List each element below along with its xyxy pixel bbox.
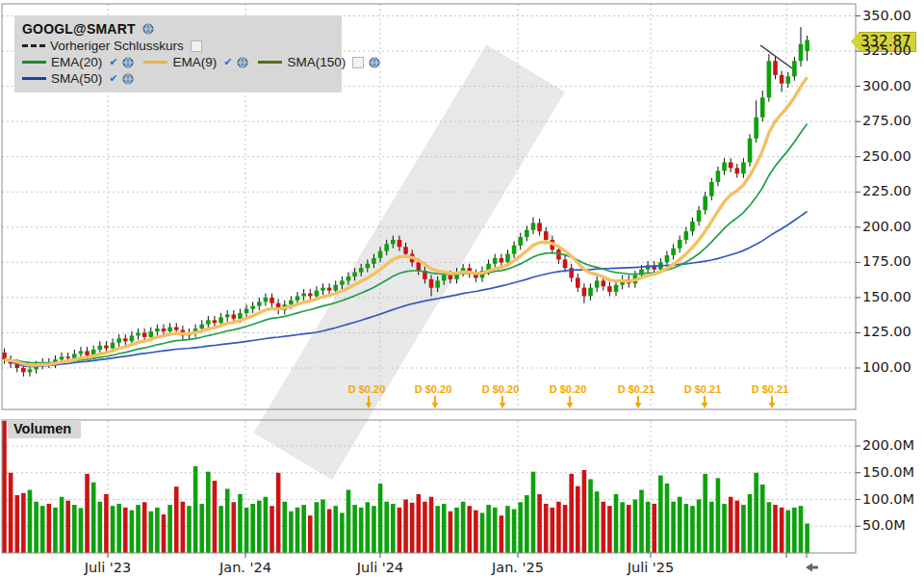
dividend-label: D $0.21 bbox=[618, 383, 655, 395]
time-tick-label: Juli '23 bbox=[85, 560, 132, 575]
price-tick-label: 125.00 bbox=[862, 324, 911, 339]
volume-tick-label: 200.0M bbox=[862, 437, 914, 453]
globe-icon[interactable] bbox=[142, 23, 154, 35]
prev-close-checkbox[interactable] bbox=[191, 40, 202, 52]
indicator-legend-row: EMA(20)✔EMA(9)✔SMA(150) bbox=[22, 55, 336, 69]
dividend-label: D $0.21 bbox=[684, 383, 722, 395]
price-tick-label: 250.00 bbox=[862, 148, 911, 164]
price-tick-label: 300.00 bbox=[862, 78, 911, 93]
legend-item-sma50: SMA(50)✔ bbox=[22, 71, 136, 86]
indicator-checkbox-checked[interactable]: ✔ bbox=[109, 73, 117, 84]
volume-tick-label: 150.0M bbox=[862, 464, 914, 480]
dividend-label: D $0.21 bbox=[752, 383, 789, 395]
indicator-line-swatch bbox=[22, 77, 46, 80]
legend-item-ema9: EMA(9)✔ bbox=[143, 55, 250, 69]
indicator-checkbox-checked[interactable]: ✔ bbox=[223, 57, 232, 67]
prev-close-label: Vorheriger Schlusskurs bbox=[50, 39, 184, 53]
symbol-title: GOOGL@SMART bbox=[22, 21, 136, 37]
price-tag-arrow-icon bbox=[851, 33, 859, 50]
indicator-label: EMA(9) bbox=[172, 55, 217, 69]
price-tick-label: 275.00 bbox=[862, 113, 911, 128]
dividend-label: D $0.20 bbox=[550, 383, 587, 395]
time-tick-label: Jan. '25 bbox=[492, 560, 544, 575]
indicator-checkbox-checked[interactable]: ✔ bbox=[109, 57, 117, 67]
time-tick-label: Juli '25 bbox=[628, 560, 675, 575]
indicator-line-swatch bbox=[258, 61, 282, 64]
axis-end-cursor-icon[interactable] bbox=[806, 564, 818, 572]
globe-icon[interactable] bbox=[369, 57, 380, 68]
legend-item-sma150: SMA(150) bbox=[258, 55, 382, 69]
globe-icon[interactable] bbox=[122, 57, 134, 68]
price-tick-label: 350.00 bbox=[862, 8, 911, 23]
time-tick-label: Jan. '24 bbox=[219, 560, 271, 575]
indicator-line-swatch bbox=[143, 61, 167, 64]
dividend-label: D $0.20 bbox=[482, 383, 520, 395]
chart-legend: GOOGL@SMART Vorheriger Schlusskurs EMA(2… bbox=[14, 15, 342, 92]
dividend-label: D $0.20 bbox=[415, 383, 452, 395]
volume-bars bbox=[2, 421, 809, 553]
trading-chart-window: D $0.20D $0.20D $0.20D $0.20D $0.21D $0.… bbox=[0, 0, 924, 578]
indicator-label: SMA(50) bbox=[51, 71, 102, 86]
globe-icon[interactable] bbox=[122, 73, 134, 85]
indicator-label: EMA(20) bbox=[51, 55, 102, 69]
dividend-markers: D $0.20D $0.20D $0.20D $0.20D $0.21D $0.… bbox=[348, 383, 789, 408]
indicator-checkbox-unchecked[interactable] bbox=[352, 57, 364, 68]
price-tick-label: 225.00 bbox=[862, 183, 911, 198]
price-tick-label: 200.00 bbox=[862, 219, 911, 234]
price-tick-label: 150.00 bbox=[862, 289, 911, 304]
volume-panel-title: Volumen bbox=[8, 420, 81, 438]
globe-icon[interactable] bbox=[237, 57, 248, 68]
indicator-legend-row: SMA(50)✔ bbox=[22, 71, 336, 86]
price-tick-label: 175.00 bbox=[862, 253, 911, 269]
price-tick-label: 100.00 bbox=[862, 359, 911, 375]
volume-tick-label: 100.0M bbox=[862, 491, 914, 507]
prev-close-line-swatch bbox=[22, 44, 45, 47]
legend-item-ema20: EMA(20)✔ bbox=[22, 55, 136, 69]
price-tick-label: 325.00 bbox=[862, 42, 911, 58]
indicator-line-swatch bbox=[22, 61, 46, 64]
indicator-label: SMA(150) bbox=[287, 55, 346, 69]
time-tick-label: Juli '24 bbox=[357, 560, 404, 575]
volume-tick-label: 50.0M bbox=[862, 517, 906, 533]
dividend-label: D $0.20 bbox=[348, 383, 386, 395]
